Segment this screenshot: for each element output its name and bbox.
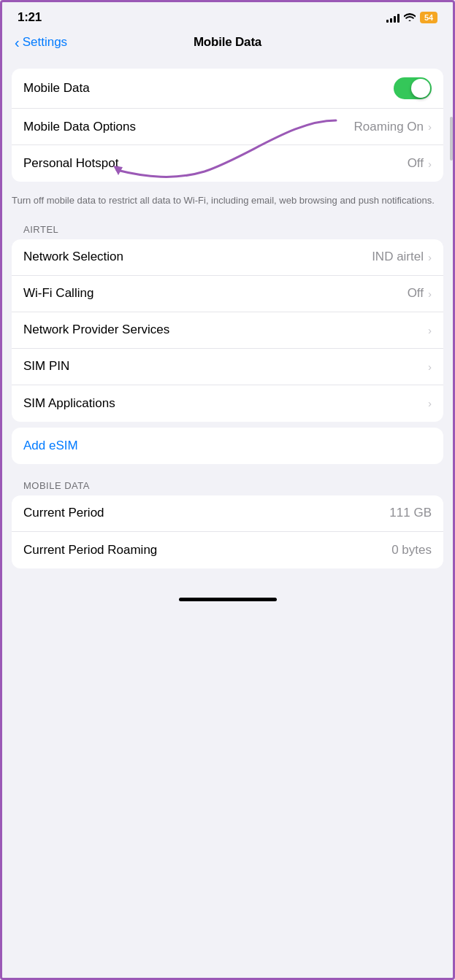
battery-indicator: 54 [420, 12, 437, 23]
mobile-data-row[interactable]: Mobile Data [12, 69, 443, 109]
chevron-icon: › [428, 158, 432, 170]
mobile-data-label: Mobile Data [23, 81, 394, 96]
toggle-knob [411, 79, 430, 98]
airtel-section: Network Selection IND airtel › Wi-Fi Cal… [12, 239, 443, 422]
airtel-section-label: AIRTEL [12, 220, 443, 239]
wifi-calling-label: Wi-Fi Calling [23, 286, 408, 301]
scrollbar[interactable] [450, 117, 453, 161]
wifi-calling-value: Off › [408, 286, 432, 301]
chevron-icon: › [428, 251, 432, 263]
back-chevron-icon: ‹ [15, 35, 20, 50]
network-provider-services-label: Network Provider Services [23, 323, 427, 337]
current-period-roaming-row: Current Period Roaming 0 bytes [12, 532, 443, 568]
current-period-label: Current Period [23, 506, 389, 520]
personal-hotspot-value: Off › [408, 156, 432, 171]
current-period-roaming-value: 0 bytes [391, 543, 432, 557]
wifi-icon [404, 12, 416, 23]
status-bar: 1:21 54 [0, 0, 455, 29]
chevron-icon: › [428, 120, 432, 133]
home-indicator [179, 598, 277, 601]
content: Mobile Data Mobile Data Options Roaming … [0, 57, 455, 586]
wifi-calling-row[interactable]: Wi-Fi Calling Off › [12, 276, 443, 312]
sim-pin-value: › [427, 360, 432, 373]
mobile-data-section-label: MOBILE DATA [12, 476, 443, 495]
main-section: Mobile Data Mobile Data Options Roaming … [12, 69, 443, 182]
mobile-data-options-label: Mobile Data Options [23, 120, 354, 134]
sim-pin-label: SIM PIN [23, 359, 427, 374]
add-esim-row[interactable]: Add eSIM [12, 428, 443, 464]
sim-applications-row[interactable]: SIM Applications › [12, 385, 443, 422]
mobile-data-options-value: Roaming On › [354, 120, 432, 134]
network-selection-value: IND airtel › [372, 250, 432, 264]
mobile-data-note: Turn off mobile data to restrict all dat… [0, 188, 455, 220]
status-icons: 54 [386, 12, 437, 23]
nav-bar: ‹ Settings Mobile Data [0, 29, 455, 57]
network-selection-row[interactable]: Network Selection IND airtel › [12, 239, 443, 276]
network-selection-label: Network Selection [23, 250, 372, 264]
mobile-data-toggle[interactable] [394, 77, 432, 99]
current-period-value: 111 GB [389, 506, 432, 520]
current-period-row: Current Period 111 GB [12, 495, 443, 532]
add-esim-label[interactable]: Add eSIM [23, 439, 78, 453]
mobile-data-options-row[interactable]: Mobile Data Options Roaming On › [12, 109, 443, 145]
chevron-icon: › [428, 324, 432, 336]
personal-hotspot-label: Personal Hotspot [23, 156, 408, 171]
sim-pin-row[interactable]: SIM PIN › [12, 349, 443, 385]
chevron-icon: › [428, 397, 432, 409]
personal-hotspot-row[interactable]: Personal Hotspot Off › [12, 145, 443, 182]
page-title: Mobile Data [194, 35, 261, 50]
sim-applications-value: › [427, 397, 432, 409]
back-button[interactable]: ‹ Settings [15, 35, 67, 50]
status-time: 1:21 [18, 10, 42, 25]
back-label: Settings [23, 35, 67, 50]
sim-applications-label: SIM Applications [23, 396, 427, 411]
signal-icon [386, 12, 399, 23]
network-provider-services-row[interactable]: Network Provider Services › [12, 312, 443, 349]
network-provider-services-value: › [427, 324, 432, 336]
chevron-icon: › [428, 360, 432, 373]
mobile-data-stats-section: Current Period 111 GB Current Period Roa… [12, 495, 443, 568]
current-period-roaming-label: Current Period Roaming [23, 543, 391, 557]
esim-section: Add eSIM [12, 428, 443, 464]
chevron-icon: › [428, 288, 432, 300]
